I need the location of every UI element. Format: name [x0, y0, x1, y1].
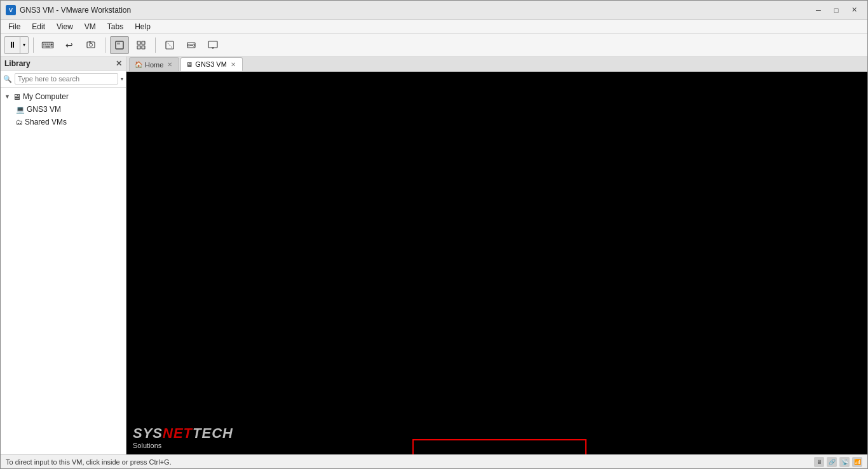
library-title: Library	[4, 59, 31, 68]
pause-button[interactable]: ⏸	[4, 36, 20, 54]
toolbar-separator-2	[105, 37, 105, 53]
title-bar: V GNS3 VM - VMware Workstation ─ □ ✕	[1, 1, 867, 20]
vm-icon: 💻	[16, 105, 25, 114]
scale-button[interactable]	[160, 36, 179, 54]
library-header: Library ✕	[1, 57, 126, 71]
svg-rect-8	[142, 46, 145, 49]
menu-vm[interactable]: VM	[79, 21, 101, 32]
home-tab-close[interactable]: ✕	[166, 60, 173, 69]
search-input[interactable]	[15, 73, 118, 85]
snapshot-icon	[86, 40, 96, 50]
gns3vm-tab-icon: 🖥	[186, 61, 193, 68]
snapshot-button[interactable]	[81, 36, 100, 54]
stretch-icon	[186, 40, 196, 50]
library-panel: Library ✕ 🔍 ▾ ▼ 🖥 My Computer 💻 GNS3 VM	[1, 57, 126, 454]
send-ctrl-alt-del-button[interactable]: ⌨	[38, 36, 57, 54]
menu-edit[interactable]: Edit	[27, 21, 50, 32]
tree-item-shared-vms[interactable]: 🗂 Shared VMs	[1, 116, 126, 128]
status-icon-2: 🔗	[827, 457, 837, 467]
menu-bar: File Edit View VM Tabs Help	[1, 20, 867, 34]
window-title: GNS3 VM - VMware Workstation	[20, 6, 131, 15]
svg-rect-7	[137, 46, 140, 49]
vm-content-area[interactable]: gns3@gns3vm:~$ sudo su root@gns3vm:/home…	[126, 72, 867, 454]
svg-rect-2	[89, 41, 91, 43]
toolbar-separator-1	[33, 37, 34, 53]
menu-file[interactable]: File	[3, 21, 25, 32]
status-bar: To direct input to this VM, click inside…	[1, 454, 867, 468]
status-icon-1: 🖥	[814, 457, 824, 467]
gns3vm-label: GNS3 VM	[27, 105, 61, 114]
svg-rect-3	[116, 41, 123, 49]
window-controls: ─ □ ✕	[810, 3, 862, 17]
content-wrapper: Library ✕ 🔍 ▾ ▼ 🖥 My Computer 💻 GNS3 VM	[1, 57, 867, 454]
watermark-sub: Solutions	[133, 442, 233, 449]
maximize-button[interactable]: □	[828, 3, 844, 17]
pause-button-group: ⏸ ▾	[4, 36, 29, 54]
svg-rect-5	[137, 41, 140, 44]
my-computer-label: My Computer	[23, 92, 69, 101]
home-tab-label: Home	[145, 61, 163, 69]
search-bar: 🔍 ▾	[1, 71, 126, 88]
gns3vm-tab-close[interactable]: ✕	[229, 60, 237, 69]
menu-help[interactable]: Help	[130, 21, 156, 32]
stretch-button[interactable]	[182, 36, 201, 54]
shared-vms-label: Shared VMs	[25, 118, 67, 126]
status-icon-4: 📶	[852, 457, 862, 467]
status-icon-3: 📡	[839, 457, 850, 467]
shared-icon: 🗂	[16, 118, 23, 126]
tree-area: ▼ 🖥 My Computer 💻 GNS3 VM 🗂 Shared VMs	[1, 88, 126, 454]
computer-icon: 🖥	[13, 92, 21, 102]
home-tab-icon: 🏠	[135, 61, 142, 68]
close-button[interactable]: ✕	[846, 3, 862, 17]
app-icon: V	[6, 5, 16, 15]
library-close-button[interactable]: ✕	[116, 60, 122, 67]
svg-rect-0	[87, 42, 95, 48]
expand-icon-my-computer: ▼	[4, 93, 10, 100]
tab-bar: 🏠 Home ✕ 🖥 GNS3 VM ✕	[126, 57, 867, 72]
toolbar: ⏸ ▾ ⌨ ↩	[1, 34, 867, 57]
display-button[interactable]	[203, 36, 222, 54]
fullscreen-button[interactable]	[110, 36, 129, 54]
tree-item-gns3vm[interactable]: 💻 GNS3 VM	[1, 103, 126, 116]
fullscreen-icon	[114, 40, 125, 50]
status-bar-right: 🖥 🔗 📡 📶	[814, 457, 862, 467]
svg-rect-6	[142, 41, 145, 44]
pause-dropdown-button[interactable]: ▾	[20, 36, 29, 54]
svg-rect-4	[117, 43, 120, 44]
minimize-button[interactable]: ─	[810, 3, 827, 17]
search-dropdown-icon[interactable]: ▾	[121, 76, 123, 82]
status-text: To direct input to this VM, click inside…	[6, 458, 172, 466]
watermark-logo: SYSNETTECH	[133, 426, 233, 440]
svg-point-1	[90, 43, 93, 46]
gns3vm-tab-label: GNS3 VM	[195, 60, 227, 68]
search-icon: 🔍	[3, 75, 12, 83]
title-bar-left: V GNS3 VM - VMware Workstation	[6, 5, 131, 15]
toolbar-separator-3	[155, 37, 156, 53]
right-panel: 🏠 Home ✕ 🖥 GNS3 VM ✕ gns3@gns3vm:~$ sudo…	[126, 57, 867, 454]
tab-home[interactable]: 🏠 Home ✕	[129, 57, 179, 71]
watermark: SYSNETTECH Solutions	[133, 426, 233, 449]
scale-icon	[165, 40, 175, 50]
tree-item-my-computer[interactable]: ▼ 🖥 My Computer	[1, 90, 126, 103]
tab-gns3vm[interactable]: 🖥 GNS3 VM ✕	[180, 57, 243, 71]
menu-tabs[interactable]: Tabs	[102, 21, 128, 32]
unity-button[interactable]	[132, 36, 151, 54]
revert-button[interactable]: ↩	[60, 36, 79, 54]
menu-view[interactable]: View	[51, 21, 78, 32]
display-icon	[208, 40, 218, 50]
app-window: V GNS3 VM - VMware Workstation ─ □ ✕ Fil…	[0, 0, 868, 469]
terminal-output: gns3@gns3vm:~$ sudo su root@gns3vm:/home…	[412, 439, 587, 454]
svg-rect-11	[208, 41, 217, 48]
unity-icon	[136, 40, 146, 50]
